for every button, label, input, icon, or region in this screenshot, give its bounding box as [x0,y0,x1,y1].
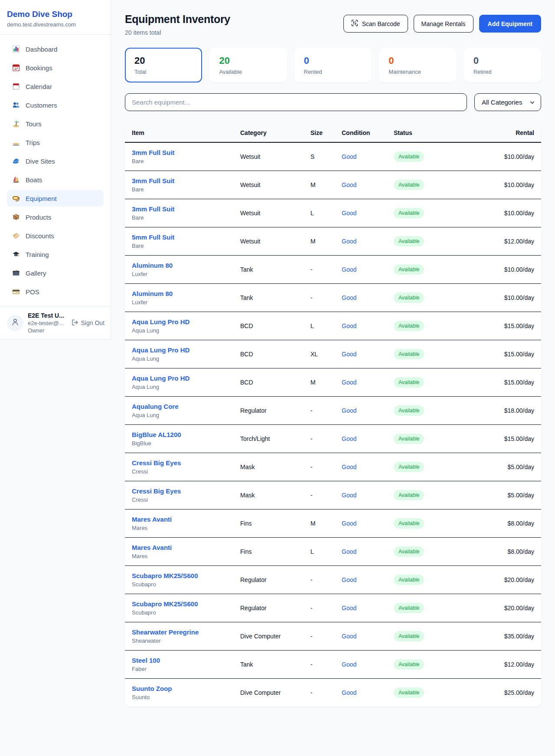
item-link[interactable]: Aqua Lung Pro HD [132,375,226,382]
condition-link[interactable]: Good [342,435,356,442]
sidebar-item-trips[interactable]: Trips [7,134,104,151]
sign-out-button[interactable]: Sign Out [72,319,104,327]
condition-link[interactable]: Good [342,153,356,160]
sidebar-item-bookings[interactable]: 17 Bookings [7,59,104,76]
item-link[interactable]: Suunto Zoop [132,685,226,692]
stat-card-available[interactable]: 20 Available [209,48,287,82]
brand-title[interactable]: Demo Dive Shop [7,10,102,19]
item-link[interactable]: Mares Avanti [132,516,226,523]
category-select[interactable]: All Categories [474,93,541,111]
rental-cell: $5.00/day [460,481,541,509]
size-cell: L [304,538,335,566]
stat-value: 0 [388,55,447,66]
item-link[interactable]: Scubapro MK25/S600 [132,572,226,579]
table-row: Scubapro MK25/S600 Scubapro Regulator - … [125,566,541,594]
stat-card-maintenance[interactable]: 0 Maintenance [379,48,456,82]
filters-row: All Categories [125,93,541,111]
sidebar-item-discounts[interactable]: Discounts [7,227,104,244]
condition-link[interactable]: Good [342,576,356,583]
item-brand: Aqua Lung [132,384,226,390]
item-link[interactable]: Aluminum 80 [132,290,226,297]
condition-link[interactable]: Good [342,548,356,555]
item-link[interactable]: Scubapro MK25/S600 [132,600,226,608]
condition-link[interactable]: Good [342,633,356,640]
condition-link[interactable]: Good [342,238,356,245]
rental-cell: $15.00/day [460,340,541,368]
condition-link[interactable]: Good [342,379,356,386]
rental-cell: $18.00/day [460,397,541,425]
sidebar-item-dashboard[interactable]: Dashboard [7,41,104,57]
equipment-table-card: ItemCategorySizeConditionStatusRental 3m… [125,123,541,707]
item-link[interactable]: 3mm Full Suit [132,149,226,156]
brand-block: Demo Dive Shop demo.test.divestreams.com [0,0,111,35]
condition-link[interactable]: Good [342,661,356,668]
stat-value: 20 [219,55,277,66]
category-cell: Torch/Light [233,425,304,453]
manage-rentals-button[interactable]: Manage Rentals [414,15,473,33]
column-header-category: Category [233,123,304,142]
item-link[interactable]: Cressi Big Eyes [132,487,226,495]
item-link[interactable]: 3mm Full Suit [132,205,226,213]
status-badge: Available [394,151,424,162]
stat-label: Maintenance [388,69,447,75]
condition-link[interactable]: Good [342,407,356,414]
rental-cell: $10.00/day [460,284,541,312]
item-link[interactable]: Aqua Lung Pro HD [132,318,226,325]
sidebar-item-products[interactable]: Products [7,209,104,225]
condition-link[interactable]: Good [342,605,356,611]
sidebar-item-pos[interactable]: POS [7,283,104,300]
sidebar-item-dive-sites[interactable]: Dive Sites [7,153,104,169]
item-link[interactable]: Aqua Lung Pro HD [132,346,226,354]
condition-link[interactable]: Good [342,689,356,696]
user-info: E2E Test U... e2e-tester@... Owner [28,312,64,334]
item-link[interactable]: Aluminum 80 [132,262,226,269]
item-link[interactable]: Steel 100 [132,657,226,664]
category-cell: Tank [233,284,304,312]
sidebar-item-customers[interactable]: Customers [7,97,104,113]
stat-card-retired[interactable]: 0 Retired [464,48,541,82]
stat-card-total[interactable]: 20 Total [125,48,202,82]
sidebar-item-training[interactable]: Training [7,246,104,263]
condition-link[interactable]: Good [342,520,356,527]
sidebar-item-boats[interactable]: Boats [7,171,104,188]
sidebar-item-equipment[interactable]: Equipment [7,190,104,207]
item-link[interactable]: 3mm Full Suit [132,177,226,184]
sidebar-item-gallery[interactable]: Gallery [7,265,104,281]
rental-cell: $15.00/day [460,368,541,397]
condition-link[interactable]: Good [342,210,356,217]
condition-link[interactable]: Good [342,322,356,329]
item-link[interactable]: 5mm Full Suit [132,233,226,241]
sidebar-item-label: POS [26,288,39,296]
search-input[interactable] [125,93,467,111]
condition-link[interactable]: Good [342,181,356,188]
status-badge: Available [394,321,424,331]
table-row: Aqualung Core Aqua Lung Regulator - Good… [125,397,541,425]
condition-link[interactable]: Good [342,463,356,470]
scan-barcode-label: Scan Barcode [362,20,400,27]
item-link[interactable]: Aqualung Core [132,403,226,410]
sidebar-item-tours[interactable]: Tours [7,115,104,132]
condition-link[interactable]: Good [342,351,356,358]
condition-link[interactable]: Good [342,294,356,301]
item-link[interactable]: Mares Avanti [132,544,226,551]
table-row: 5mm Full Suit Bare Wetsuit M Good Availa… [125,227,541,256]
status-badge: Available [394,687,424,698]
condition-link[interactable]: Good [342,492,356,499]
condition-link[interactable]: Good [342,266,356,273]
scan-barcode-button[interactable]: Scan Barcode [343,15,408,33]
category-cell: Dive Computer [233,679,304,707]
table-row: Steel 100 Faber Tank - Good Available $1… [125,651,541,679]
sidebar-item-calendar[interactable]: Calendar [7,78,104,95]
table-row: 3mm Full Suit Bare Wetsuit M Good Availa… [125,171,541,199]
item-link[interactable]: BigBlue AL1200 [132,431,226,438]
table-row: Mares Avanti Mares Fins M Good Available… [125,509,541,538]
status-badge: Available [394,603,424,613]
sidebar-item-label: Calendar [26,83,52,90]
stat-card-rented[interactable]: 0 Rented [294,48,372,82]
sidebar-item-label: Products [26,214,51,221]
sign-out-label: Sign Out [81,319,104,326]
add-equipment-button[interactable]: Add Equipment [479,15,541,33]
item-link[interactable]: Cressi Big Eyes [132,459,226,467]
item-brand: Aqua Lung [132,327,226,334]
item-link[interactable]: Shearwater Peregrine [132,628,226,636]
